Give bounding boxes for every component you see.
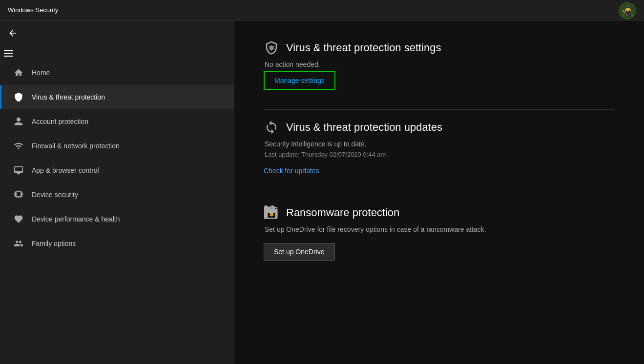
settings-section-title: Virus & threat protection settings (286, 41, 441, 54)
sidebar-item-virus[interactable]: Virus & threat protection (0, 85, 234, 109)
sidebar-item-browser-label: App & browser control (32, 166, 99, 174)
setup-onedrive-button[interactable]: Set up OneDrive (264, 243, 335, 261)
lock-folder-icon: 🔒 (264, 205, 279, 221)
avatar: 🥷 (619, 2, 636, 20)
divider-2 (264, 195, 615, 195)
back-button[interactable] (0, 24, 234, 42)
ransomware-section-title: Ransomware protection (286, 206, 399, 219)
monitor-icon (13, 165, 24, 176)
updates-section-detail: Last update: Thursday 02/07/2020 6:44 am (264, 151, 615, 158)
settings-section-header: Virus & threat protection settings (264, 40, 615, 56)
chip-icon (13, 189, 24, 200)
home-icon (13, 67, 24, 78)
wifi-icon (13, 141, 24, 151)
sidebar-item-home[interactable]: Home (0, 61, 234, 85)
sidebar-item-browser[interactable]: App & browser control (0, 158, 234, 182)
manage-settings-button[interactable]: Manage settings (264, 71, 335, 90)
updates-section-title: Virus & threat protection updates (286, 121, 442, 134)
sidebar-item-account[interactable]: Account protection (0, 109, 234, 134)
heart-icon (13, 214, 24, 224)
updates-section-subtitle: Security intelligence is up to date. (264, 140, 615, 148)
sidebar-item-home-label: Home (32, 69, 50, 77)
ransomware-section: 🔒 Ransomware protection Set up OneDrive … (264, 205, 615, 261)
refresh-shield-icon (264, 120, 279, 135)
sidebar-item-firewall-label: Firewall & network protection (32, 142, 120, 150)
ransomware-section-header: 🔒 Ransomware protection (264, 205, 615, 221)
sidebar-item-device-health-label: Device performance & health (32, 215, 120, 223)
person-icon (13, 116, 24, 127)
sidebar: Home Virus & threat protection Account p… (0, 20, 234, 364)
gear-shield-icon (264, 40, 279, 56)
sidebar-item-device-health[interactable]: Device performance & health (0, 207, 234, 231)
updates-section-header: Virus & threat protection updates (264, 120, 615, 135)
sidebar-item-family[interactable]: Family options (0, 231, 234, 256)
sidebar-item-account-label: Account protection (32, 118, 88, 125)
divider-1 (264, 109, 615, 110)
sidebar-item-device-security-label: Device security (32, 191, 78, 199)
people-icon (13, 238, 24, 249)
hamburger-menu[interactable] (0, 46, 234, 61)
sidebar-item-device-security[interactable]: Device security (0, 182, 234, 207)
sidebar-item-firewall[interactable]: Firewall & network protection (0, 134, 234, 158)
sidebar-item-family-label: Family options (32, 240, 76, 247)
title-bar: Windows Security 🥷 (0, 0, 644, 20)
app-title: Windows Security (8, 6, 58, 14)
settings-section: Virus & threat protection settings No ac… (264, 40, 615, 90)
back-icon (8, 28, 18, 38)
main-content: Virus & threat protection settings No ac… (234, 20, 644, 364)
shield-icon (13, 92, 24, 102)
sidebar-item-virus-label: Virus & threat protection (32, 93, 105, 101)
settings-section-subtitle: No action needed. (264, 61, 615, 68)
updates-section: Virus & threat protection updates Securi… (264, 120, 615, 175)
check-for-updates-link[interactable]: Check for updates (264, 167, 319, 175)
app-body: Home Virus & threat protection Account p… (0, 20, 644, 364)
ransomware-section-subtitle: Set up OneDrive for file recovery option… (264, 225, 615, 233)
svg-text:🔒: 🔒 (269, 210, 275, 216)
